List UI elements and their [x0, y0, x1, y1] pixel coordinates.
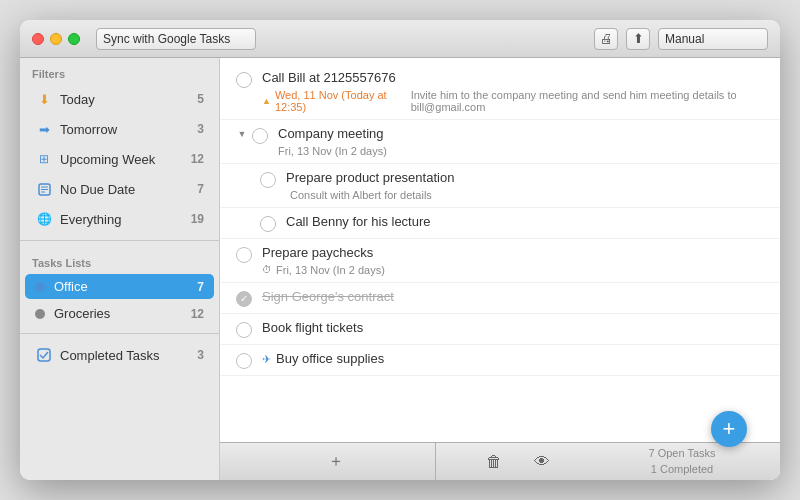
sidebar-item-completed[interactable]: Completed Tasks 3 — [25, 341, 214, 369]
footer-left: ＋ — [236, 443, 436, 480]
task-info: Prepare paychecks ⏱ Fri, 13 Nov (In 2 da… — [262, 245, 764, 276]
task-info: Prepare product presentation Consult wit… — [286, 170, 764, 201]
nodue-icon — [35, 180, 53, 198]
task-title: Sign George's contract — [262, 289, 764, 306]
task-item[interactable]: ✈ Buy office supplies — [220, 345, 780, 376]
tasks-lists-label: Tasks Lists — [20, 247, 219, 273]
add-task-icon[interactable]: ＋ — [322, 447, 350, 476]
task-date: Fri, 13 Nov (In 2 days) — [278, 145, 387, 157]
office-label: Office — [54, 279, 197, 294]
completed-icon — [35, 346, 53, 364]
eye-icon[interactable]: 👁 — [528, 449, 556, 475]
task-meta: ⏱ Fri, 13 Nov (In 2 days) — [262, 264, 764, 276]
today-count: 5 — [197, 92, 204, 106]
titlebar: Sync with Google Tasks 🖨 ⬆ Manual — [20, 20, 780, 58]
office-dot — [35, 282, 45, 292]
groceries-label: Groceries — [54, 306, 191, 321]
everything-count: 19 — [191, 212, 204, 226]
task-title: Prepare paychecks — [262, 245, 764, 262]
task-checkbox[interactable] — [236, 353, 252, 369]
completed-label: 1 Completed — [600, 462, 764, 477]
upcoming-icon: ⊞ — [35, 150, 53, 168]
task-item[interactable]: ▼ Company meeting Fri, 13 Nov (In 2 days… — [220, 120, 780, 164]
task-item[interactable]: Prepare paychecks ⏱ Fri, 13 Nov (In 2 da… — [220, 239, 780, 283]
sync-select[interactable]: Sync with Google Tasks — [96, 28, 256, 50]
main-window: Sync with Google Tasks 🖨 ⬆ Manual Filter… — [20, 20, 780, 480]
today-icon: ⬇ — [35, 90, 53, 108]
open-tasks-label: 7 Open Tasks — [600, 446, 764, 461]
tomorrow-icon: ➡ — [35, 120, 53, 138]
task-title: Company meeting — [278, 126, 764, 143]
nodue-count: 7 — [197, 182, 204, 196]
tomorrow-label: Tomorrow — [60, 122, 197, 137]
sidebar-item-groceries[interactable]: Groceries 12 — [25, 301, 214, 326]
upcoming-label: Upcoming Week — [60, 152, 191, 167]
task-info: ✈ Buy office supplies — [262, 351, 764, 368]
printer-icon[interactable]: 🖨 — [594, 28, 618, 50]
sidebar-item-upcoming[interactable]: ⊞ Upcoming Week 12 — [25, 145, 214, 173]
task-checkbox[interactable] — [236, 72, 252, 88]
task-item[interactable]: Book flight tickets — [220, 314, 780, 345]
divider — [20, 240, 219, 241]
groceries-dot — [35, 309, 45, 319]
warning-icon: ▲ — [262, 96, 271, 106]
task-meta: Consult with Albert for details — [286, 189, 764, 201]
manual-select[interactable]: Manual — [658, 28, 768, 50]
footer-center: 🗑 👁 — [436, 449, 600, 475]
footer-status: 7 Open Tasks 1 Completed — [600, 446, 764, 477]
sidebar-item-tomorrow[interactable]: ➡ Tomorrow 3 — [25, 115, 214, 143]
sidebar-item-today[interactable]: ⬇ Today 5 — [25, 85, 214, 113]
maximize-button[interactable] — [68, 33, 80, 45]
main-area: Filters ⬇ Today 5 ➡ Tomorrow 3 ⊞ Upcomin… — [20, 58, 780, 480]
task-checkbox[interactable] — [236, 247, 252, 263]
task-title: Book flight tickets — [262, 320, 764, 337]
task-note: Consult with Albert for details — [290, 189, 432, 201]
task-title: Call Benny for his lecture — [286, 214, 764, 231]
task-meta: ▲ Wed, 11 Nov (Today at 12:35) Invite hi… — [262, 89, 764, 113]
expand-icon[interactable]: ▼ — [236, 126, 248, 142]
delete-icon[interactable]: 🗑 — [480, 449, 508, 475]
task-info: Call Bill at 2125557676 ▲ Wed, 11 Nov (T… — [262, 70, 764, 113]
task-title: Call Bill at 2125557676 — [262, 70, 764, 87]
task-item-subtask[interactable]: Prepare product presentation Consult wit… — [220, 164, 780, 208]
task-info: Call Benny for his lecture — [286, 214, 764, 231]
close-button[interactable] — [32, 33, 44, 45]
task-checkbox[interactable] — [236, 322, 252, 338]
sidebar-item-everything[interactable]: 🌐 Everything 19 — [25, 205, 214, 233]
everything-icon: 🌐 — [35, 210, 53, 228]
groceries-count: 12 — [191, 307, 204, 321]
task-checkbox[interactable] — [260, 172, 276, 188]
tomorrow-count: 3 — [197, 122, 204, 136]
task-item-subtask[interactable]: Call Benny for his lecture — [220, 208, 780, 239]
share-icon[interactable]: ⬆ — [626, 28, 650, 50]
sidebar-item-office[interactable]: Office 7 — [25, 274, 214, 299]
nodue-label: No Due Date — [60, 182, 197, 197]
task-item[interactable]: Sign George's contract — [220, 283, 780, 314]
footer: ＋ 🗑 👁 7 Open Tasks 1 Completed — [220, 442, 780, 480]
completed-count: 3 — [197, 348, 204, 362]
sidebar: Filters ⬇ Today 5 ➡ Tomorrow 3 ⊞ Upcomin… — [20, 58, 220, 480]
task-checkbox[interactable] — [260, 216, 276, 232]
today-label: Today — [60, 92, 197, 107]
svg-rect-4 — [38, 349, 50, 361]
divider2 — [20, 333, 219, 334]
minimize-button[interactable] — [50, 33, 62, 45]
task-checkbox-checked[interactable] — [236, 291, 252, 307]
filters-label: Filters — [20, 58, 219, 84]
task-title: Prepare product presentation — [286, 170, 764, 187]
everything-label: Everything — [60, 212, 191, 227]
task-note: Invite him to the company meeting and se… — [411, 89, 764, 113]
task-item[interactable]: Call Bill at 2125557676 ▲ Wed, 11 Nov (T… — [220, 64, 780, 120]
task-info: Sign George's contract — [262, 289, 764, 306]
sidebar-item-nodue[interactable]: No Due Date 7 — [25, 175, 214, 203]
traffic-lights — [32, 33, 80, 45]
upcoming-count: 12 — [191, 152, 204, 166]
completed-label: Completed Tasks — [60, 348, 197, 363]
task-list: Call Bill at 2125557676 ▲ Wed, 11 Nov (T… — [220, 58, 780, 442]
task-date: Fri, 13 Nov (In 2 days) — [276, 264, 385, 276]
add-button[interactable]: + — [711, 411, 747, 447]
task-title: Buy office supplies — [276, 351, 384, 368]
office-count: 7 — [197, 280, 204, 294]
task-checkbox[interactable] — [252, 128, 268, 144]
task-date: Wed, 11 Nov (Today at 12:35) — [275, 89, 403, 113]
